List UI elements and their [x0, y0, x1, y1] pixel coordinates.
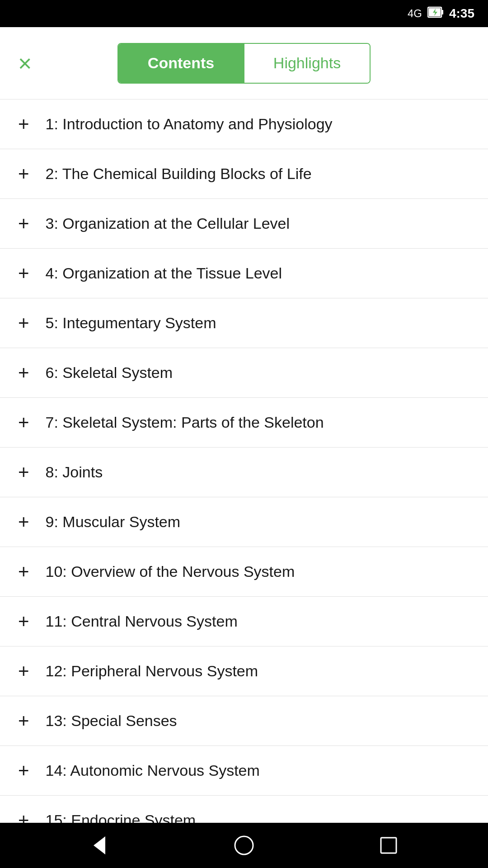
chapter-item[interactable]: +3: Organization at the Cellular Level: [0, 199, 488, 249]
chapter-title: 3: Organization at the Cellular Level: [46, 213, 290, 233]
chapter-title: 7: Skeletal System: Parts of the Skeleto…: [46, 412, 324, 432]
chapter-item[interactable]: +10: Overview of the Nervous System: [0, 547, 488, 597]
svg-marker-4: [94, 836, 105, 854]
expand-icon: +: [18, 811, 29, 823]
expand-icon: +: [18, 662, 29, 681]
chapter-item[interactable]: +4: Organization at the Tissue Level: [0, 249, 488, 298]
chapter-item[interactable]: +6: Skeletal System: [0, 348, 488, 398]
chapter-item[interactable]: +2: The Chemical Building Blocks of Life: [0, 149, 488, 199]
chapter-item[interactable]: +5: Integumentary System: [0, 298, 488, 348]
chapter-title: 11: Central Nervous System: [46, 611, 238, 631]
chapter-item[interactable]: +12: Peripheral Nervous System: [0, 646, 488, 696]
chapter-title: 14: Autonomic Nervous System: [46, 760, 260, 780]
chapter-title: 8: Joints: [46, 462, 103, 482]
chapter-title: 1: Introduction to Anatomy and Physiolog…: [46, 114, 333, 134]
chapter-item[interactable]: +14: Autonomic Nervous System: [0, 746, 488, 796]
tab-container: Contents Highlights: [117, 43, 371, 84]
chapter-title: 5: Integumentary System: [46, 313, 216, 333]
expand-icon: +: [18, 165, 29, 184]
expand-icon: +: [18, 115, 29, 134]
chapter-title: 6: Skeletal System: [46, 363, 173, 382]
bottom-nav: [0, 823, 488, 868]
svg-point-5: [235, 836, 253, 854]
chapter-item[interactable]: +7: Skeletal System: Parts of the Skelet…: [0, 398, 488, 448]
svg-rect-1: [441, 10, 443, 14]
expand-icon: +: [18, 562, 29, 581]
back-button[interactable]: [88, 834, 111, 857]
status-icons: 4G 4:35: [408, 6, 474, 22]
chapter-item[interactable]: +11: Central Nervous System: [0, 597, 488, 646]
expand-icon: +: [18, 513, 29, 532]
battery-icon: [427, 6, 444, 22]
signal-icon: 4G: [408, 7, 422, 20]
chapter-title: 13: Special Senses: [46, 711, 177, 731]
close-button[interactable]: ×: [18, 52, 32, 75]
chapter-title: 10: Overview of the Nervous System: [46, 561, 295, 581]
header: × Contents Highlights: [0, 27, 488, 99]
tab-highlights[interactable]: Highlights: [244, 44, 370, 83]
chapter-item[interactable]: +15: Endocrine System: [0, 796, 488, 823]
expand-icon: +: [18, 264, 29, 283]
expand-icon: +: [18, 712, 29, 731]
expand-icon: +: [18, 214, 29, 233]
chapter-item[interactable]: +1: Introduction to Anatomy and Physiolo…: [0, 99, 488, 149]
chapter-item[interactable]: +8: Joints: [0, 448, 488, 497]
tab-contents[interactable]: Contents: [118, 44, 244, 83]
recent-button[interactable]: [377, 834, 400, 857]
chapter-title: 2: The Chemical Building Blocks of Life: [46, 164, 312, 184]
chapter-title: 15: Endocrine System: [46, 810, 196, 823]
expand-icon: +: [18, 463, 29, 482]
home-button[interactable]: [233, 834, 255, 857]
chapter-title: 12: Peripheral Nervous System: [46, 661, 258, 681]
svg-rect-6: [381, 838, 396, 853]
expand-icon: +: [18, 314, 29, 333]
chapter-title: 4: Organization at the Tissue Level: [46, 263, 282, 283]
chapter-title: 9: Muscular System: [46, 512, 181, 532]
expand-icon: +: [18, 363, 29, 382]
chapter-item[interactable]: +13: Special Senses: [0, 696, 488, 746]
expand-icon: +: [18, 612, 29, 631]
expand-icon: +: [18, 413, 29, 432]
chapter-item[interactable]: +9: Muscular System: [0, 497, 488, 547]
expand-icon: +: [18, 761, 29, 780]
chapter-list: +1: Introduction to Anatomy and Physiolo…: [0, 99, 488, 823]
status-bar: 4G 4:35: [0, 0, 488, 27]
time-display: 4:35: [449, 6, 474, 21]
